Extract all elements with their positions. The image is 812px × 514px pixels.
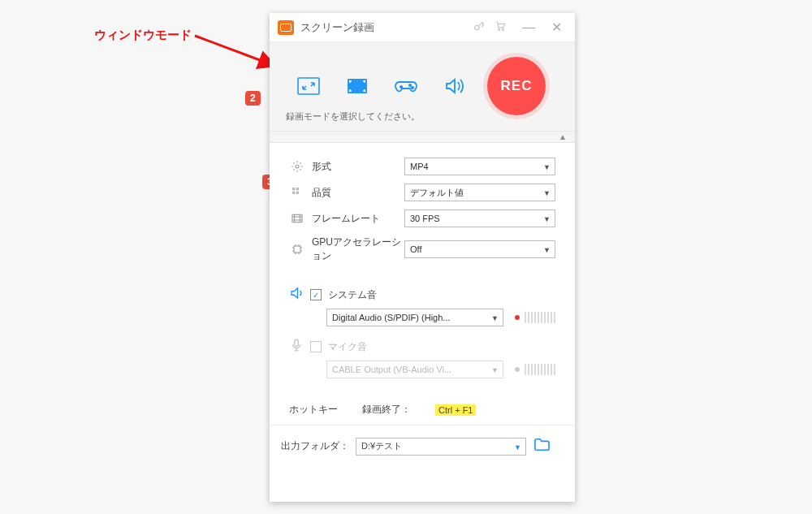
window-mode-icon	[296, 76, 321, 96]
mic-icon	[289, 338, 304, 356]
svg-rect-13	[296, 192, 299, 194]
system-audio-device-select[interactable]: Digital Audio (S/PDIF) (High...▼	[326, 309, 503, 326]
audio-mode-button[interactable]	[432, 67, 477, 105]
system-audio-meter	[515, 312, 555, 323]
svg-rect-12	[292, 192, 295, 194]
quality-label: 品質	[305, 186, 404, 200]
game-mode-button[interactable]	[383, 67, 429, 105]
chevron-down-icon: ▼	[514, 443, 521, 451]
row-fps: フレームレート 30 FPS▼	[289, 209, 555, 227]
callout-window-mode: ウィンドウモード	[94, 28, 192, 43]
svg-rect-14	[292, 214, 302, 222]
key-icon[interactable]	[473, 19, 486, 35]
svg-rect-11	[296, 188, 299, 190]
gear-icon	[289, 160, 305, 173]
collapse-handle[interactable]: ▲	[270, 132, 575, 143]
output-row: 出力フォルダ： D:¥テスト ▼	[270, 425, 575, 467]
record-button[interactable]: REC	[487, 57, 546, 115]
format-label: 形式	[305, 160, 404, 174]
svg-rect-10	[292, 188, 295, 190]
mic-audio-checkbox[interactable]: ✓	[310, 341, 322, 352]
format-select[interactable]: MP4▼	[404, 158, 555, 175]
row-system-audio: ✓ システム音	[289, 286, 555, 304]
grid-icon	[289, 186, 305, 199]
svg-point-4	[502, 29, 503, 31]
output-path-value: D:¥テスト	[361, 440, 402, 452]
film-icon	[289, 212, 305, 225]
svg-point-3	[499, 29, 500, 31]
mode-bar: REC 録画モードを選択してください。	[270, 42, 575, 132]
hotkey-label: ホットキー	[289, 403, 362, 417]
chevron-down-icon: ▼	[491, 366, 499, 374]
svg-point-9	[296, 165, 299, 168]
row-quality: 品質 デフォルト値▼	[289, 184, 555, 201]
svg-rect-15	[294, 246, 300, 253]
titlebar: スクリーン録画 — ✕	[270, 13, 575, 42]
row-mic-audio: ✓ マイク音	[289, 338, 555, 356]
window-title: スクリーン録画	[300, 20, 466, 35]
mode-hint: 録画モードを選択してください。	[286, 110, 420, 123]
chevron-up-icon: ▲	[559, 132, 567, 141]
hotkey-value: Ctrl + F1	[435, 404, 476, 416]
svg-point-7	[409, 84, 411, 86]
fps-label: フレームレート	[305, 212, 404, 226]
system-audio-checkbox[interactable]: ✓	[310, 289, 322, 300]
hotkey-action: 録画終了：	[362, 403, 435, 417]
mic-audio-label: マイク音	[328, 340, 367, 354]
output-path-select[interactable]: D:¥テスト ▼	[356, 438, 526, 456]
row-format: 形式 MP4▼	[289, 158, 555, 175]
mic-audio-device-select[interactable]: CABLE Output (VB-Audio Vi...▼	[326, 361, 503, 378]
settings-panel: 形式 MP4▼ 品質 デフォルト値▼ フレームレート 30 FPS▼ GPUアク…	[270, 143, 575, 278]
close-button[interactable]: ✕	[546, 19, 567, 35]
folder-icon	[533, 437, 551, 451]
fullscreen-mode-icon	[345, 76, 369, 96]
chevron-down-icon: ▼	[543, 246, 551, 254]
cart-icon[interactable]	[494, 19, 507, 35]
fps-select[interactable]: 30 FPS▼	[404, 209, 555, 227]
gpu-label: GPUアクセラレーション	[305, 235, 404, 263]
mic-audio-meter	[515, 364, 555, 375]
hotkey-row: ホットキー 録画終了： Ctrl + F1	[270, 388, 575, 425]
fullscreen-mode-button[interactable]	[335, 67, 380, 105]
row-gpu: GPUアクセラレーション Off▼	[289, 235, 555, 263]
chevron-down-icon: ▼	[491, 314, 499, 322]
chevron-down-icon: ▼	[543, 215, 551, 223]
chevron-down-icon: ▼	[543, 163, 551, 171]
badge-2: 2	[245, 91, 261, 106]
svg-line-0	[195, 36, 273, 65]
app-icon	[278, 20, 294, 35]
svg-rect-5	[298, 78, 319, 94]
system-audio-label: システム音	[328, 288, 377, 302]
window-mode-button[interactable]	[286, 67, 331, 105]
chip-icon	[289, 243, 305, 256]
svg-rect-16	[295, 339, 299, 346]
chevron-down-icon: ▼	[543, 189, 551, 197]
svg-point-2	[475, 25, 479, 29]
quality-select[interactable]: デフォルト値▼	[404, 184, 555, 201]
svg-point-8	[412, 87, 413, 89]
audio-panel: ✓ システム音 Digital Audio (S/PDIF) (High...▼…	[270, 278, 575, 388]
output-label: 出力フォルダ：	[281, 439, 349, 453]
minimize-button[interactable]: —	[518, 20, 539, 35]
speaker-icon	[289, 286, 304, 304]
open-folder-button[interactable]	[533, 437, 551, 456]
speaker-icon	[443, 76, 466, 96]
gpu-select[interactable]: Off▼	[404, 240, 555, 258]
app-window: スクリーン録画 — ✕ REC 録	[270, 13, 575, 502]
gamepad-icon	[394, 76, 418, 96]
